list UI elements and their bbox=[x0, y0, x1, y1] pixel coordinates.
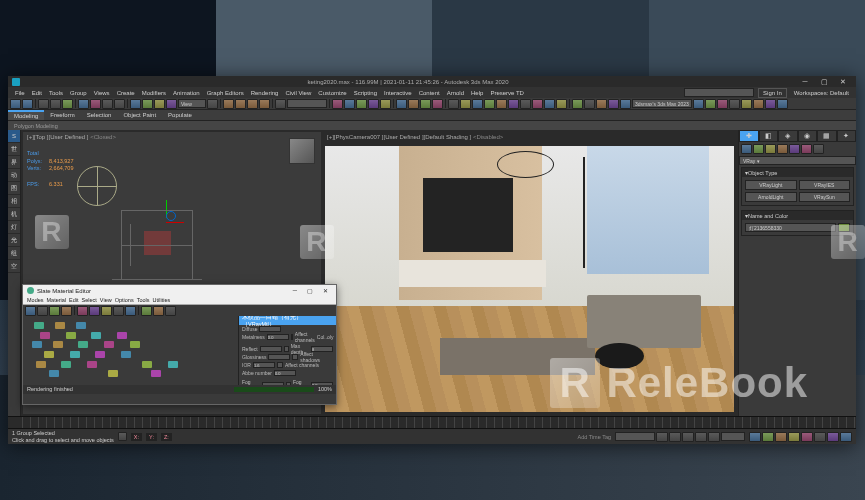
move-button[interactable] bbox=[130, 99, 141, 109]
tool-btn[interactable] bbox=[741, 99, 752, 109]
mirror-button[interactable] bbox=[332, 99, 343, 109]
sme-tool-btn[interactable] bbox=[125, 306, 136, 316]
menu-create[interactable]: Create bbox=[114, 90, 138, 96]
object-type-button[interactable]: VRaySun bbox=[799, 192, 851, 202]
tool-btn[interactable] bbox=[596, 99, 607, 109]
render-button[interactable] bbox=[432, 99, 443, 109]
tool-tab[interactable]: 组 bbox=[8, 247, 20, 260]
window-crossing-button[interactable] bbox=[114, 99, 125, 109]
add-time-tag[interactable]: Add Time Tag bbox=[577, 434, 611, 440]
tool-btn[interactable] bbox=[717, 99, 728, 109]
maximize-button[interactable]: ▢ bbox=[815, 77, 833, 86]
search-field[interactable] bbox=[684, 88, 754, 97]
anim-frame-field[interactable] bbox=[615, 432, 655, 441]
object-name-input[interactable]: 灯2136558330 bbox=[745, 223, 836, 232]
rollout-header[interactable]: ▾ Name and Color bbox=[742, 211, 853, 220]
render-frame-button[interactable] bbox=[420, 99, 431, 109]
menu-help[interactable]: Help bbox=[468, 90, 486, 96]
tool-btn[interactable] bbox=[620, 99, 631, 109]
timeline[interactable] bbox=[8, 416, 856, 428]
ribbon-sub[interactable]: Polygon Modeling bbox=[8, 121, 856, 130]
pivot-button[interactable] bbox=[207, 99, 218, 109]
close-button[interactable]: ✕ bbox=[834, 77, 852, 86]
tool-tab[interactable]: 图 bbox=[8, 182, 20, 195]
shapes-category[interactable] bbox=[753, 144, 764, 154]
tool-tab[interactable]: 动 bbox=[8, 169, 20, 182]
next-frame-button[interactable] bbox=[695, 432, 707, 442]
tool-tab[interactable]: 世 bbox=[8, 143, 20, 156]
object-type-button[interactable]: ArnoldLight bbox=[745, 192, 797, 202]
motion-tab[interactable]: ◉ bbox=[798, 130, 818, 142]
tool-btn[interactable] bbox=[584, 99, 595, 109]
render-setup-button[interactable] bbox=[408, 99, 419, 109]
minimize-button[interactable]: ─ bbox=[796, 77, 814, 86]
redo-button[interactable] bbox=[22, 99, 33, 109]
ribbon-tab-modeling[interactable]: Modeling bbox=[8, 110, 44, 120]
schematic-button[interactable] bbox=[380, 99, 391, 109]
sme-tool-btn[interactable] bbox=[61, 306, 72, 316]
lock-icon[interactable] bbox=[118, 432, 127, 441]
sme-menu-edit[interactable]: Edit bbox=[69, 297, 78, 303]
signin-button[interactable]: Sign In bbox=[758, 88, 787, 98]
viewport-label[interactable]: [+][PhysCamera007 ][User Defined ][Defau… bbox=[327, 134, 503, 140]
tool-btn[interactable] bbox=[572, 99, 583, 109]
pan-button[interactable] bbox=[749, 432, 761, 442]
bind-button[interactable] bbox=[62, 99, 73, 109]
tool-tab[interactable]: 光 bbox=[8, 234, 20, 247]
menu-modifiers[interactable]: Modifiers bbox=[139, 90, 169, 96]
sme-tool-btn[interactable] bbox=[37, 306, 48, 316]
menu-tools[interactable]: Tools bbox=[46, 90, 66, 96]
diffuse-input[interactable] bbox=[259, 326, 281, 332]
tool-btn[interactable] bbox=[496, 99, 507, 109]
nav-button[interactable] bbox=[814, 432, 826, 442]
sme-close-button[interactable]: ✕ bbox=[318, 287, 332, 294]
tool-btn[interactable] bbox=[448, 99, 459, 109]
prev-frame-button[interactable] bbox=[669, 432, 681, 442]
ribbon-tab-objectpaint[interactable]: Object Paint bbox=[117, 110, 162, 120]
display-tab[interactable]: ▦ bbox=[817, 130, 837, 142]
check[interactable] bbox=[292, 354, 298, 360]
sme-menu-options[interactable]: Options bbox=[115, 297, 134, 303]
tool-btn[interactable] bbox=[753, 99, 764, 109]
rotation-gizmo[interactable] bbox=[77, 166, 117, 206]
systems-category[interactable] bbox=[813, 144, 824, 154]
sme-tool-btn[interactable] bbox=[49, 306, 60, 316]
scale-button[interactable] bbox=[154, 99, 165, 109]
rollout-header[interactable]: ▾ Object Type bbox=[742, 168, 853, 177]
named-sel-dropdown[interactable] bbox=[287, 99, 327, 108]
utilities-tab[interactable]: ✦ bbox=[837, 130, 857, 142]
workspaces-dropdown[interactable]: Workspaces: Default bbox=[791, 90, 852, 96]
zoom-extents-button[interactable] bbox=[775, 432, 787, 442]
menu-scripting[interactable]: Scripting bbox=[351, 90, 380, 96]
sme-minimize-button[interactable]: ─ bbox=[288, 287, 302, 294]
geometry-category[interactable] bbox=[741, 144, 752, 154]
timeline-ruler[interactable] bbox=[22, 417, 856, 428]
tool-btn[interactable] bbox=[544, 99, 555, 109]
tool-btn[interactable] bbox=[532, 99, 543, 109]
cameras-category[interactable] bbox=[777, 144, 788, 154]
hierarchy-tab[interactable]: ◈ bbox=[778, 130, 798, 142]
align-button[interactable] bbox=[344, 99, 355, 109]
ior-input[interactable] bbox=[253, 362, 275, 368]
nav-button[interactable] bbox=[840, 432, 852, 442]
sme-titlebar[interactable]: Slate Material Editor ─ ▢ ✕ bbox=[23, 285, 336, 296]
object-type-button[interactable]: VRayLight bbox=[745, 180, 797, 190]
menu-customize[interactable]: Customize bbox=[315, 90, 349, 96]
create-tab[interactable]: ✚ bbox=[739, 130, 759, 142]
layer-button[interactable] bbox=[356, 99, 367, 109]
sme-tool-btn[interactable] bbox=[165, 306, 176, 316]
orbit-button[interactable] bbox=[788, 432, 800, 442]
unlink-button[interactable] bbox=[50, 99, 61, 109]
undo-button[interactable] bbox=[10, 99, 21, 109]
menu-interactive[interactable]: Interactive bbox=[381, 90, 415, 96]
check[interactable] bbox=[284, 346, 289, 352]
sme-tool-btn[interactable] bbox=[101, 306, 112, 316]
menu-rendering[interactable]: Rendering bbox=[248, 90, 282, 96]
ribbon-tab-selection[interactable]: Selection bbox=[81, 110, 118, 120]
param-header[interactable]: 木纹品—白蜡（有光）（VRayMtl） bbox=[239, 316, 336, 325]
zoom-button[interactable] bbox=[762, 432, 774, 442]
tool-tab[interactable]: 空 bbox=[8, 260, 20, 273]
lights-category[interactable] bbox=[765, 144, 776, 154]
sme-menu-modes[interactable]: Modes bbox=[27, 297, 44, 303]
sme-tool-btn[interactable] bbox=[153, 306, 164, 316]
